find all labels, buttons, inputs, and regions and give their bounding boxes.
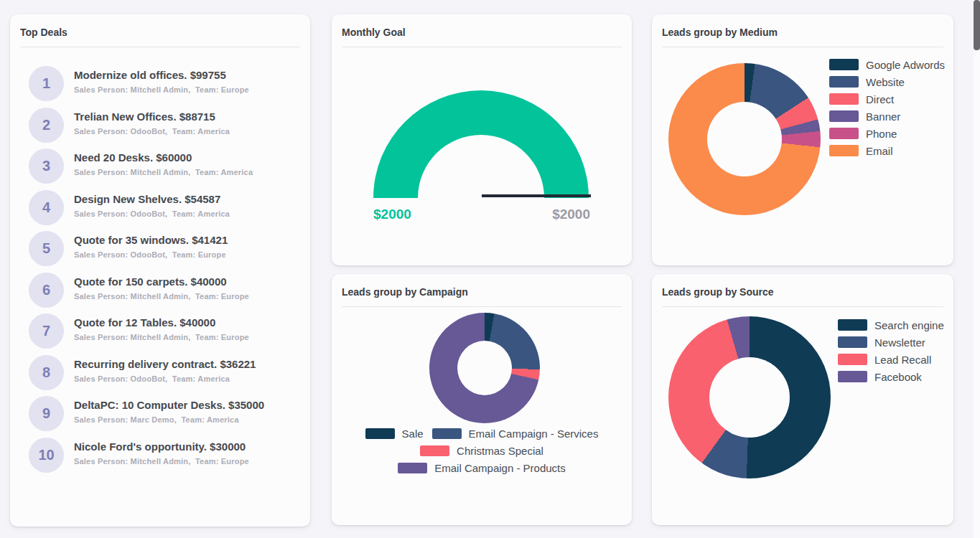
- deal-title: Quote for 150 carpets. $40000: [74, 275, 249, 288]
- deal-info: Need 20 Desks. $60000 Sales Person: Mitc…: [74, 148, 253, 176]
- deal-rank-badge: 5: [29, 231, 64, 266]
- legend-label: Direct: [866, 93, 894, 105]
- legend-item-sale[interactable]: Sale: [365, 428, 424, 439]
- scrollbar-thumb[interactable]: [974, 0, 980, 50]
- deal-row-4[interactable]: 4 Design New Shelves. $54587 Sales Perso…: [29, 190, 300, 225]
- legend-label: Email Campaign - Products: [434, 462, 566, 474]
- gauge-baseline: [482, 194, 591, 197]
- leads-by-medium-title: Leads group by Medium: [662, 27, 943, 38]
- legend-item-banner[interactable]: Banner: [829, 110, 945, 122]
- deal-title: Need 20 Desks. $60000: [74, 151, 253, 164]
- deal-info: DeltaPC: 10 Computer Desks. $35000 Sales…: [74, 396, 264, 424]
- deal-title: Quote for 12 Tables. $40000: [74, 316, 249, 329]
- deal-rank-number: 1: [42, 75, 50, 92]
- legend-item-phone[interactable]: Phone: [829, 128, 945, 139]
- legend-item-christmas-special[interactable]: Christmas Special: [420, 445, 543, 456]
- deal-rank-number: 9: [42, 405, 50, 422]
- legend-item-email-campaign-services[interactable]: Email Campaign - Services: [432, 428, 599, 439]
- legend-item-direct[interactable]: Direct: [829, 93, 945, 105]
- crm-dashboard: Top Deals 1 Modernize old offices. $9975…: [0, 0, 980, 538]
- source-legend: Search engine Newsletter Lead Recall Fac…: [838, 319, 944, 382]
- monthly-goal-gauge[interactable]: [373, 90, 589, 198]
- deal-rank-number: 2: [42, 117, 50, 133]
- deal-subtitle: Sales Person: Mitchell Admin, Team: Amer…: [74, 168, 253, 176]
- deal-subtitle: Sales Person: OdooBot, Team: America: [74, 374, 256, 383]
- deal-info: Design New Shelves. $54587 Sales Person:…: [74, 190, 230, 218]
- deal-rank-badge: 6: [29, 273, 64, 308]
- legend-item-search-engine[interactable]: Search engine: [838, 319, 944, 331]
- campaign-legend: Sale Email Campaign - Services Christmas…: [332, 428, 632, 473]
- deal-row-1[interactable]: 1 Modernize old offices. $99755 Sales Pe…: [29, 66, 300, 101]
- deal-rank-badge: 1: [29, 66, 64, 101]
- deal-info: Quote for 12 Tables. $40000 Sales Person…: [74, 313, 249, 341]
- deal-rank-number: 5: [42, 240, 50, 257]
- deal-subtitle: Sales Person: Mitchell Admin, Team: Euro…: [74, 457, 249, 466]
- deal-title: DeltaPC: 10 Computer Desks. $35000: [74, 399, 264, 411]
- scrollbar-track[interactable]: [974, 0, 980, 538]
- deal-subtitle: Sales Person: Marc Demo, Team: America: [74, 415, 264, 424]
- leads-by-medium-card: Leads group by Medium Google Adwords Web…: [652, 14, 953, 265]
- legend-color-swatch: [829, 110, 859, 122]
- deal-subtitle: Sales Person: Mitchell Admin, Team: Euro…: [74, 292, 249, 301]
- deal-row-2[interactable]: 2 Trelian New Offices. $88715 Sales Pers…: [29, 108, 300, 143]
- deal-list: 1 Modernize old offices. $99755 Sales Pe…: [10, 47, 310, 473]
- legend-color-swatch: [829, 76, 859, 88]
- medium-donut-chart[interactable]: [668, 63, 821, 215]
- deal-rank-number: 3: [42, 158, 50, 174]
- leads-by-campaign-header: Leads group by Campaign: [332, 274, 632, 307]
- legend-color-swatch: [829, 128, 859, 139]
- deal-rank-number: 8: [42, 364, 50, 381]
- deal-info: Modernize old offices. $99755 Sales Pers…: [74, 66, 249, 94]
- legend-color-swatch: [829, 59, 859, 70]
- legend-label: Sale: [402, 428, 424, 440]
- legend-item-lead-recall[interactable]: Lead Recall: [838, 354, 944, 365]
- deal-title: Trelian New Offices. $88715: [74, 110, 230, 123]
- divider: [342, 306, 622, 307]
- legend-row: Sale Email Campaign - Services: [365, 428, 599, 439]
- legend-item-newsletter[interactable]: Newsletter: [838, 336, 944, 348]
- divider: [342, 47, 622, 47]
- leads-by-campaign-title: Leads group by Campaign: [342, 286, 622, 298]
- deal-title: Nicole Ford's opportunity. $30000: [74, 440, 249, 453]
- legend-label: Banner: [866, 110, 900, 123]
- donut-hole: [709, 357, 790, 438]
- legend-label: Phone: [866, 128, 897, 140]
- deal-row-3[interactable]: 3 Need 20 Desks. $60000 Sales Person: Mi…: [29, 148, 300, 184]
- monthly-goal-title: Monthly Goal: [342, 27, 622, 38]
- legend-item-website[interactable]: Website: [829, 76, 945, 88]
- deal-title: Recurring delivery contract. $36221: [74, 358, 256, 370]
- top-deals-card: Top Deals 1 Modernize old offices. $9975…: [10, 14, 310, 527]
- deal-row-10[interactable]: 10 Nicole Ford's opportunity. $30000 Sal…: [29, 438, 300, 473]
- legend-label: Email Campaign - Services: [469, 428, 599, 440]
- deal-row-7[interactable]: 7 Quote for 12 Tables. $40000 Sales Pers…: [29, 313, 300, 349]
- deal-subtitle: Sales Person: Mitchell Admin, Team: Euro…: [74, 85, 249, 94]
- deal-title: Modernize old offices. $99755: [74, 69, 249, 81]
- deal-row-6[interactable]: 6 Quote for 150 carpets. $40000 Sales Pe…: [29, 273, 300, 308]
- legend-label: Christmas Special: [457, 445, 543, 457]
- deal-rank-badge: 3: [29, 148, 64, 184]
- deal-row-5[interactable]: 5 Quote for 35 windows. $41421 Sales Per…: [29, 231, 300, 266]
- deal-row-9[interactable]: 9 DeltaPC: 10 Computer Desks. $35000 Sal…: [29, 396, 300, 431]
- deal-rank-badge: 7: [29, 313, 64, 349]
- legend-item-google-adwords[interactable]: Google Adwords: [829, 59, 945, 70]
- deal-rank-badge: 10: [29, 438, 64, 473]
- divider: [662, 47, 943, 47]
- deal-row-8[interactable]: 8 Recurring delivery contract. $36221 Sa…: [29, 355, 300, 390]
- deal-title: Design New Shelves. $54587: [74, 193, 230, 205]
- legend-item-email-campaign-products[interactable]: Email Campaign - Products: [398, 462, 566, 473]
- source-donut-chart[interactable]: [668, 316, 831, 478]
- deal-subtitle: Sales Person: OdooBot, Team: America: [74, 209, 230, 218]
- deal-rank-badge: 8: [29, 355, 64, 390]
- gauge-max-label: $2000: [552, 207, 590, 222]
- medium-legend: Google Adwords Website Direct Banner Pho…: [829, 59, 945, 156]
- top-deals-header: Top Deals: [10, 14, 310, 47]
- deal-info: Recurring delivery contract. $36221 Sale…: [74, 355, 256, 383]
- legend-item-facebook[interactable]: Facebook: [838, 371, 944, 382]
- legend-color-swatch: [838, 371, 867, 382]
- legend-color-swatch: [398, 463, 427, 473]
- legend-row: Email Campaign - Products: [398, 462, 566, 473]
- legend-item-email[interactable]: Email: [829, 145, 945, 156]
- deal-rank-badge: 2: [29, 108, 64, 143]
- deal-info: Trelian New Offices. $88715 Sales Person…: [74, 108, 230, 136]
- campaign-donut-chart[interactable]: [429, 313, 540, 423]
